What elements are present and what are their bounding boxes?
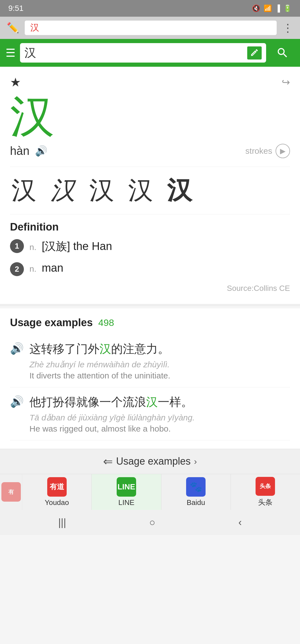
line-label: LINE <box>118 498 134 507</box>
character-variants: 汉 汉 汉 汉 汉 <box>10 167 290 214</box>
usage-section: Usage examples 498 🔊 这转移了门外汉的注意力。 Zhè zh… <box>0 308 300 449</box>
hamburger-menu-icon[interactable]: ☰ <box>6 46 16 59</box>
main-character: 汉 <box>10 92 290 141</box>
app-item-prev[interactable]: 有 <box>0 474 22 510</box>
back-button[interactable]: ‹ <box>238 517 242 528</box>
definition-title: Definition <box>10 221 290 233</box>
def-number-2: 2 <box>10 262 24 276</box>
pen-icon <box>250 48 259 57</box>
example-audio-1-icon[interactable]: 🔊 <box>10 342 24 355</box>
search-bar: ☰ <box>0 39 300 67</box>
example-english-1: It diverts the attention of the uninitia… <box>29 371 290 380</box>
def-content-1: n. [汉族] the Han <box>29 239 112 254</box>
example-english-2: He was rigged out, almost like a hobo. <box>29 424 290 434</box>
baidu-label: Baidu <box>187 498 205 507</box>
status-icons: 🔇 📶 ▐ 🔋 <box>252 4 292 12</box>
strokes-label: strokes <box>245 146 272 156</box>
char-variant-5[interactable]: 汉 <box>166 174 193 207</box>
app-item-youdao[interactable]: 有道 Youdao <box>22 474 92 510</box>
app-item-toutiao[interactable]: 头条 头条 <box>231 474 300 510</box>
bottom-usage-bar[interactable]: ⇐ Usage examples › <box>0 449 300 474</box>
usage-header: Usage examples 498 <box>10 317 290 329</box>
char-variant-3[interactable]: 汉 <box>88 174 116 207</box>
line-icon: LINE <box>117 477 136 497</box>
example-highlight-1: 汉 <box>99 342 111 355</box>
app-icon-prev: 有 <box>1 482 21 502</box>
section-divider <box>0 304 300 306</box>
audio-play-icon[interactable]: 🔊 <box>35 145 48 157</box>
pinyin-text: hàn <box>10 144 29 158</box>
pencil-icon: ✏️ <box>7 22 19 34</box>
strokes-section: strokes ▶ <box>245 144 290 158</box>
example-chinese-1-before: 这转移了门外 <box>29 342 99 355</box>
chevron-right-icon: › <box>194 456 197 467</box>
search-input-wrap <box>20 43 266 63</box>
address-bar: ✏️ ⋮ <box>0 17 300 39</box>
example-chinese-2-after: 一样。 <box>158 395 193 408</box>
example-audio-2-icon[interactable]: 🔊 <box>10 395 24 408</box>
app-switcher: 有 有道 Youdao LINE LINE 🐾 Baidu 头条 头条 <box>0 474 300 510</box>
search-icon <box>276 46 289 59</box>
toutiao-icon: 头条 <box>256 477 275 496</box>
example-item-1: 🔊 这转移了门外汉的注意力。 Zhè zhuǎnyí le ménwàihàn … <box>10 334 290 387</box>
example-chinese-1-after: 的注意力。 <box>111 342 169 355</box>
def-type-1: n. <box>29 242 36 252</box>
def-type-2: n. <box>29 264 36 273</box>
youdao-icon: 有道 <box>47 477 67 497</box>
main-content: ★ ↪ 汉 hàn 🔊 strokes ▶ 汉 汉 汉 汉 汉 Definiti… <box>0 67 300 304</box>
search-input[interactable] <box>24 46 247 60</box>
mute-icon: 🔇 <box>252 4 260 12</box>
search-button[interactable] <box>271 43 294 63</box>
example-text-2: 他打扮得就像一个流浪汉一样。 Tā dǎban dé jiùxiàng yīgè… <box>29 394 290 434</box>
pinyin-left: hàn 🔊 <box>10 144 48 158</box>
definition-section: Definition 1 n. [汉族] the Han 2 n. man So… <box>10 221 290 293</box>
example-highlight-2: 汉 <box>146 395 158 408</box>
signal-icon: ▐ <box>275 4 280 12</box>
top-actions: ★ ↪ <box>10 75 290 89</box>
def-number-1: 1 <box>10 239 24 253</box>
usage-count: 498 <box>98 317 114 328</box>
usage-title: Usage examples <box>10 317 93 329</box>
example-item-2: 🔊 他打扮得就像一个流浪汉一样。 Tā dǎban dé jiùxiàng yī… <box>10 387 290 440</box>
example-pinyin-1: Zhè zhuǎnyí le ménwàihàn de zhùyìlì. <box>29 360 290 369</box>
example-chinese-1: 这转移了门外汉的注意力。 <box>29 341 290 357</box>
home-button[interactable]: ○ <box>149 517 155 528</box>
more-dots-icon[interactable]: ⋮ <box>282 21 293 34</box>
example-chinese-2-before: 他打扮得就像一个流浪 <box>29 395 146 408</box>
def-content-2: n. man <box>29 262 63 274</box>
app-item-baidu[interactable]: 🐾 Baidu <box>161 474 231 510</box>
example-text-1: 这转移了门外汉的注意力。 Zhè zhuǎnyí le ménwàihàn de… <box>29 341 290 380</box>
toutiao-label: 头条 <box>258 497 272 507</box>
system-nav: ||| ○ ‹ <box>0 510 300 535</box>
pen-clear-button[interactable] <box>247 46 262 60</box>
usage-examples-link: Usage examples <box>116 455 191 467</box>
example-pinyin-2: Tā dǎban dé jiùxiàng yīgè liúlànghàn yīy… <box>29 413 290 422</box>
address-input[interactable] <box>25 21 277 35</box>
definition-item-2: 2 n. man <box>10 262 290 276</box>
baidu-icon: 🐾 <box>186 477 206 497</box>
share-icon[interactable]: ↪ <box>282 76 290 88</box>
char-variant-2[interactable]: 汉 <box>49 174 77 207</box>
recent-apps-button[interactable]: ||| <box>58 517 66 528</box>
def-text-1: [汉族] the Han <box>42 240 112 252</box>
status-bar: 9:51 🔇 📶 ▐ 🔋 <box>0 0 300 17</box>
pinyin-row: hàn 🔊 strokes ▶ <box>10 144 290 158</box>
def-text-2: man <box>42 262 63 274</box>
source-text: Source:Collins CE <box>10 284 290 293</box>
app-item-line[interactable]: LINE LINE <box>92 474 161 510</box>
char-variant-4[interactable]: 汉 <box>127 174 154 207</box>
strokes-play-button[interactable]: ▶ <box>276 144 290 158</box>
wifi-icon: 📶 <box>264 4 272 12</box>
battery-icon: 🔋 <box>283 4 292 12</box>
status-time: 9:51 <box>8 4 24 13</box>
example-chinese-2: 他打扮得就像一个流浪汉一样。 <box>29 394 290 410</box>
char-variant-1[interactable]: 汉 <box>10 174 38 207</box>
definition-item-1: 1 n. [汉族] the Han <box>10 239 290 254</box>
favorite-star-icon[interactable]: ★ <box>10 75 21 89</box>
back-arrow-icon: ⇐ <box>103 455 113 468</box>
youdao-label: Youdao <box>45 498 69 507</box>
